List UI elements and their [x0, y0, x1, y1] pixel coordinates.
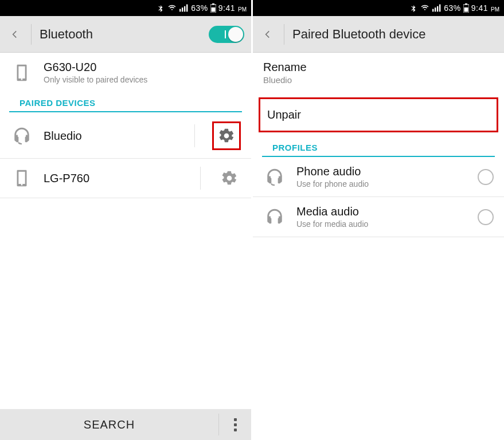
- bluetooth-toggle[interactable]: [209, 26, 244, 43]
- battery-icon: [210, 3, 216, 13]
- highlight-annotation: [212, 121, 241, 150]
- svg-rect-15: [464, 7, 468, 12]
- divider: [194, 124, 195, 147]
- profile-subtitle: Use for phone audio: [296, 179, 467, 188]
- bottom-bar: SEARCH: [0, 409, 251, 440]
- app-bar: Bluetooth: [0, 16, 251, 53]
- back-button[interactable]: [7, 26, 23, 42]
- status-bar: 63% 9:41 PM: [0, 0, 251, 16]
- headphones-icon: [263, 206, 286, 229]
- svg-rect-10: [435, 7, 436, 11]
- profile-row[interactable]: Media audio Use for media audio: [253, 197, 504, 237]
- section-paired-devices: PAIRED DEVICES: [9, 92, 242, 112]
- own-device-row[interactable]: G630-U20 Only visible to paired devices: [0, 53, 251, 92]
- divider: [31, 24, 32, 45]
- rename-row[interactable]: Rename Bluedio: [253, 53, 504, 93]
- headset-icon: [263, 166, 286, 188]
- overflow-menu-button[interactable]: [219, 409, 251, 440]
- status-bar: 63% 9:41 PM: [253, 0, 504, 16]
- own-device-name: G630-U20: [44, 61, 241, 74]
- clock-ampm: PM: [491, 6, 499, 13]
- battery-pct: 63%: [191, 3, 208, 13]
- rename-value: Bluedio: [263, 75, 494, 85]
- cell-signal-icon: [432, 4, 442, 12]
- svg-rect-3: [186, 5, 187, 12]
- svg-rect-2: [184, 6, 185, 12]
- profile-row[interactable]: Phone audio Use for phone audio: [253, 157, 504, 197]
- search-button[interactable]: SEARCH: [0, 409, 218, 440]
- svg-rect-18: [269, 218, 271, 223]
- divider: [284, 24, 284, 45]
- cell-signal-icon: [179, 4, 189, 12]
- profile-subtitle: Use for media audio: [296, 219, 467, 229]
- svg-rect-1: [182, 7, 183, 11]
- paired-device-row[interactable]: Bluedio: [0, 113, 251, 159]
- svg-rect-7: [16, 136, 18, 142]
- bluetooth-icon: [157, 4, 165, 12]
- clock-ampm: PM: [238, 6, 247, 13]
- wifi-icon: [167, 4, 177, 12]
- app-bar: Paired Bluetooth device: [253, 16, 504, 53]
- unpair-row[interactable]: Unpair: [260, 99, 497, 131]
- headphones-icon: [10, 124, 33, 147]
- paired-device-name: Bluedio: [44, 129, 177, 143]
- paired-device-name: LG-P760: [44, 172, 183, 185]
- phone-icon: [10, 61, 33, 84]
- svg-rect-17: [278, 178, 280, 183]
- clock-time: 9:41: [471, 3, 488, 13]
- svg-rect-6: [211, 7, 215, 12]
- section-profiles: PROFILES: [262, 137, 495, 157]
- unpair-label: Unpair: [267, 108, 490, 121]
- overflow-icon: [234, 418, 237, 431]
- bluetooth-icon: [409, 4, 417, 12]
- right-screen: 63% 9:41 PM Paired Bluetooth device Rena…: [253, 0, 504, 440]
- profile-checkbox[interactable]: [478, 209, 494, 225]
- svg-rect-8: [25, 136, 28, 142]
- page-title: Bluetooth: [40, 27, 93, 42]
- svg-rect-0: [179, 9, 181, 12]
- device-settings-button[interactable]: [218, 167, 241, 190]
- clock-time: 9:41: [218, 3, 235, 13]
- svg-rect-12: [439, 5, 440, 12]
- profile-name: Phone audio: [296, 165, 467, 178]
- wifi-icon: [420, 4, 430, 12]
- left-screen: 63% 9:41 PM Bluetooth G630-U20 Only visi…: [0, 0, 251, 440]
- divider: [200, 167, 201, 190]
- phone-icon: [10, 167, 33, 190]
- battery-icon: [463, 3, 469, 13]
- paired-device-row[interactable]: LG-P760: [0, 159, 251, 198]
- device-settings-button[interactable]: [215, 124, 238, 147]
- rename-label: Rename: [263, 61, 494, 74]
- svg-rect-9: [432, 9, 433, 12]
- page-title: Paired Bluetooth device: [292, 27, 425, 42]
- svg-rect-16: [269, 178, 271, 183]
- svg-rect-11: [437, 6, 438, 12]
- own-device-subtitle: Only visible to paired devices: [44, 75, 241, 84]
- profile-checkbox[interactable]: [478, 169, 494, 185]
- profile-name: Media audio: [296, 205, 467, 218]
- battery-pct: 63%: [444, 3, 461, 13]
- svg-rect-19: [278, 218, 280, 223]
- highlight-annotation: Unpair: [259, 97, 498, 132]
- back-button[interactable]: [260, 26, 276, 42]
